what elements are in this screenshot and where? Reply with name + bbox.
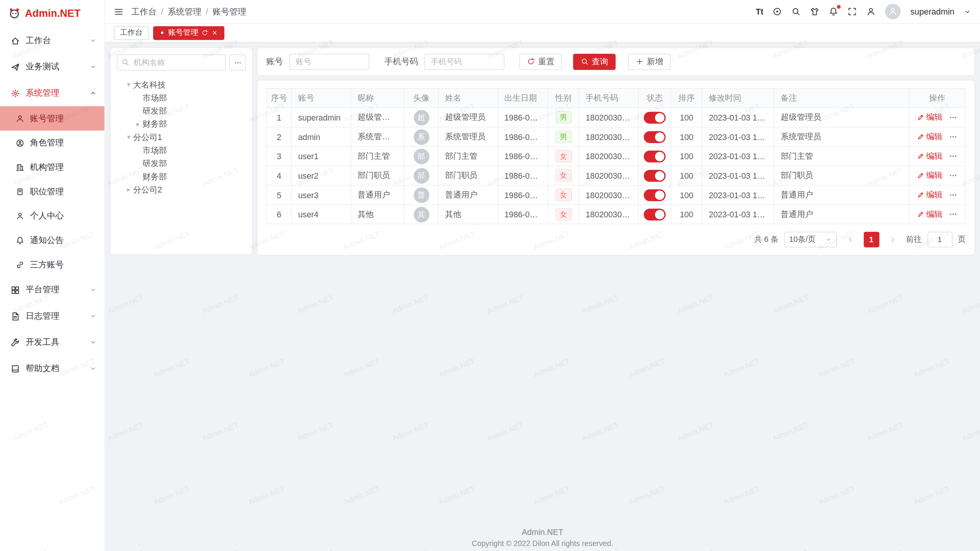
sidebar-item-business-test[interactable]: 业务测试 [0,54,105,80]
tree-node[interactable]: 财务部 [117,170,245,183]
phone-input[interactable] [425,54,505,70]
query-panel: 账号 手机号码 重置 查询 新增 [258,48,975,75]
gender-cell: 男 [548,127,579,147]
tree-node[interactable]: 市场部 [117,144,245,157]
theme-icon[interactable] [810,7,820,16]
tree-node[interactable]: 市场部 [117,91,245,104]
search-icon[interactable] [792,7,801,16]
actions-cell: 编辑 [909,185,965,205]
page-size-select[interactable]: 10条/页 [784,232,836,248]
sidebar-item-third-party-account[interactable]: 三方账号 [0,253,105,277]
tab-workbench[interactable]: 工作台 [114,26,149,40]
tree-node[interactable]: ▸分公司2 [117,183,245,196]
component-size-icon[interactable] [773,7,782,16]
breadcrumb-item[interactable]: 工作台 [131,6,157,17]
caret-down-icon[interactable]: ▾ [124,81,133,89]
sidebar-item-workbench[interactable]: 工作台 [0,28,105,54]
tab-account-management[interactable]: 账号管理 [153,26,224,40]
role-icon [16,139,24,147]
account-input[interactable] [289,54,369,70]
fullscreen-icon[interactable] [848,7,857,16]
status-toggle[interactable] [644,208,666,220]
tree-node[interactable]: 研发部 [117,104,245,117]
font-size-icon[interactable]: Tt [756,7,763,16]
chevron-down-icon[interactable] [964,8,972,15]
name-cell: 部门主管 [438,147,498,166]
username[interactable]: superadmin [910,7,954,16]
column-header: 修改时间 [702,88,774,108]
edit-icon [917,133,924,141]
tab-refresh-icon[interactable] [201,29,208,36]
sidebar-item-log-management[interactable]: 日志管理 [0,303,105,329]
gender-cell: 女 [548,205,579,224]
menu-collapse-icon[interactable] [114,7,124,16]
sidebar-item-label: 日志管理 [26,310,84,321]
avatar: 超 [413,110,429,126]
row-more-button[interactable] [949,113,957,122]
column-header: 性别 [548,88,579,108]
notification-badge [837,5,841,9]
tree-node[interactable]: 研发部 [117,157,245,170]
row-more-button[interactable] [949,210,957,219]
sidebar-item-org-management[interactable]: 机构管理 [0,155,105,179]
sidebar-item-role-management[interactable]: 角色管理 [0,130,105,155]
search-button[interactable]: 查询 [573,54,616,70]
app-logo[interactable]: Admin.NET [0,0,105,26]
tree-node[interactable]: ▾大名科技 [117,78,245,91]
edit-button[interactable]: 编辑 [917,189,942,201]
reset-button[interactable]: 重置 [519,54,562,70]
current-page[interactable]: 1 [864,232,879,248]
sidebar-item-personal-center[interactable]: 个人中心 [0,204,105,228]
sidebar-item-dev-tools[interactable]: 开发工具 [0,329,105,355]
footer-copyright: Copyright © 2022 Dilon All rights reserv… [105,539,980,548]
sort-cell: 100 [671,205,702,224]
sidebar-item-account-management[interactable]: 账号管理 [0,106,105,131]
sidebar-item-label: 业务测试 [26,61,84,72]
status-toggle[interactable] [644,150,666,162]
goto-page-input[interactable] [927,232,952,248]
status-toggle[interactable] [644,131,666,143]
sidebar-item-position-management[interactable]: 职位管理 [0,179,105,204]
status-toggle[interactable] [644,111,666,123]
breadcrumb-item[interactable]: 系统管理 [168,6,201,17]
tree-more-button[interactable] [229,54,245,70]
sidebar-item-help-docs[interactable]: 帮助文档 [0,355,105,382]
row-more-button[interactable] [949,171,957,180]
edit-button[interactable]: 编辑 [917,170,942,181]
add-button[interactable]: 新增 [628,54,671,70]
table-header-row: 序号账号昵称头像姓名出生日期性别手机号码状态排序修改时间备注操作 [266,88,965,108]
profile-icon[interactable] [867,7,876,16]
edit-button[interactable]: 编辑 [917,209,942,220]
sidebar-item-notice[interactable]: 通知公告 [0,228,105,253]
org-search-input[interactable] [117,54,225,70]
status-toggle[interactable] [644,189,666,201]
tree-node[interactable]: ▸财务部 [117,117,245,130]
row-more-button[interactable] [949,191,957,199]
sidebar-item-system-management[interactable]: 系统管理 [0,80,105,106]
sidebar-item-platform-management[interactable]: 平台管理 [0,277,105,303]
status-toggle[interactable] [644,170,666,181]
sort-cell: 100 [671,147,702,166]
row-more-button[interactable] [949,132,957,141]
tab-close-icon[interactable] [211,29,218,36]
tree-node-label: 大名科技 [133,79,166,90]
sort-cell: 100 [671,127,702,147]
tool-icon [11,337,20,347]
edit-button[interactable]: 编辑 [917,150,942,161]
caret-down-icon[interactable]: ▾ [124,133,133,141]
avatar: 部 [413,148,429,164]
tree-node[interactable]: ▾分公司1 [117,130,245,143]
caret-right-icon[interactable]: ▸ [124,186,133,194]
breadcrumb-item[interactable]: 账号管理 [212,6,246,17]
row-more-button[interactable] [949,152,957,161]
nickname-cell: 系统管理员 [351,127,404,147]
prev-page-button[interactable] [842,232,858,248]
next-page-button[interactable] [885,232,900,248]
caret-right-icon[interactable]: ▸ [134,120,142,128]
edit-button[interactable]: 编辑 [917,131,942,142]
footer-title: Admin.NET [105,527,980,536]
edit-button[interactable]: 编辑 [917,112,942,123]
column-header: 状态 [639,88,671,108]
avatar[interactable] [885,4,901,20]
notification-button[interactable] [829,7,838,16]
